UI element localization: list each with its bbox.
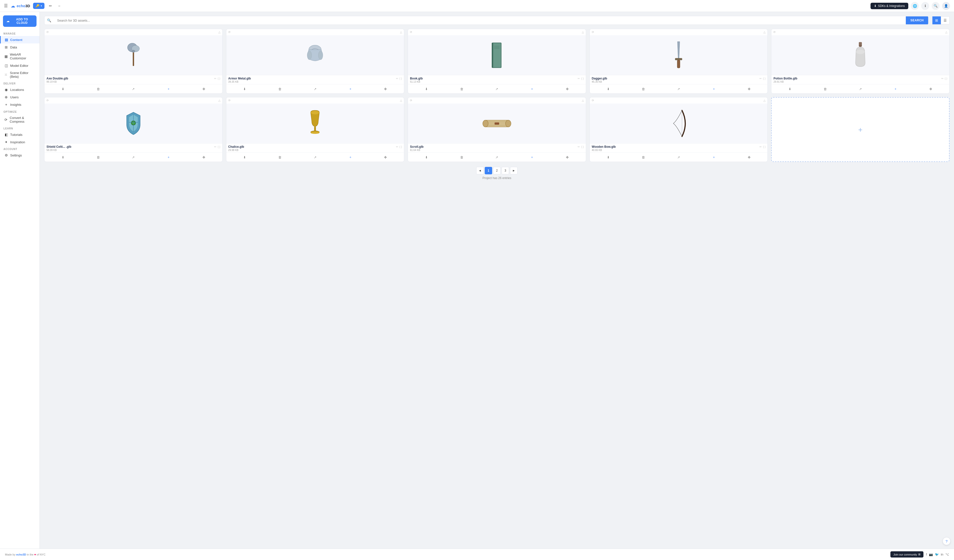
delete-action[interactable]: 🗑	[277, 86, 283, 92]
hamburger-menu-button[interactable]: ☰	[4, 3, 8, 8]
search-submit-button[interactable]: SEARCH	[906, 16, 928, 24]
card-code-icon[interactable]: { }	[945, 77, 947, 80]
move-action[interactable]: ✤	[928, 86, 934, 92]
card-edit-icon[interactable]: ✏	[759, 77, 762, 80]
sidebar-item-inspiration[interactable]: ✦ Inspiration	[0, 138, 39, 146]
sidebar-item-locations[interactable]: ◉ Locations	[0, 86, 39, 93]
card-preview-shield[interactable]	[44, 104, 222, 143]
sidebar-item-tutorials[interactable]: ◧ Tutorials	[0, 131, 39, 138]
edit-button[interactable]: ✏	[47, 3, 54, 9]
move-action[interactable]: ✤	[201, 86, 206, 92]
move-action[interactable]: ✤	[383, 86, 388, 92]
github-icon[interactable]: ⌥	[945, 552, 949, 556]
prev-page-button[interactable]: ◄	[476, 167, 484, 174]
add-action[interactable]: ＋	[166, 154, 171, 160]
card-edit-icon[interactable]: ✏	[214, 77, 217, 80]
sidebar-item-convert[interactable]: ⟳ Convert & Compress	[0, 114, 39, 125]
card-preview-potion[interactable]	[772, 35, 949, 75]
sidebar-item-data[interactable]: ⊞ Data	[0, 44, 39, 51]
card-code-icon[interactable]: { }	[218, 145, 220, 148]
move-action[interactable]: ✤	[383, 155, 388, 160]
share-action[interactable]: ↗	[494, 155, 499, 160]
delete-action[interactable]: 🗑	[641, 86, 646, 92]
globe-button[interactable]: 🌐	[911, 2, 919, 10]
delete-action[interactable]: 🗑	[822, 86, 828, 92]
sidebar-item-model-editor[interactable]: ◫ Model Editor	[0, 62, 39, 69]
card-code-icon[interactable]: { }	[581, 145, 584, 148]
move-action[interactable]: ✤	[747, 155, 752, 160]
instagram-icon[interactable]: 📷	[929, 552, 933, 556]
join-community-button[interactable]: Join our community ⊞	[890, 551, 923, 557]
share-action[interactable]: ↗	[858, 86, 863, 92]
card-code-icon[interactable]: { }	[581, 77, 584, 80]
card-code-icon[interactable]: { }	[763, 77, 765, 80]
card-preview-axe-double[interactable]	[44, 35, 222, 75]
card-edit-icon[interactable]: ✏	[578, 145, 580, 148]
add-action[interactable]: ＋	[893, 86, 898, 92]
add-action[interactable]: ＋	[348, 86, 353, 92]
sidebar-item-insights[interactable]: ⌖ Insights	[0, 101, 39, 109]
card-preview-dagger[interactable]	[590, 35, 768, 75]
add-action[interactable]: ＋	[711, 154, 717, 160]
add-action[interactable]: ＋	[711, 86, 717, 92]
card-preview-chalice[interactable]	[226, 104, 404, 143]
delete-action[interactable]: 🗑	[459, 155, 465, 160]
page-3-button[interactable]: 3	[502, 167, 509, 174]
share-action[interactable]: ↗	[313, 86, 318, 92]
move-action[interactable]: ✤	[565, 155, 570, 160]
delete-action[interactable]: 🗑	[459, 86, 465, 92]
info-button[interactable]: ℹ	[921, 2, 929, 10]
twitter-icon[interactable]: 🐦	[935, 552, 939, 556]
page-1-button[interactable]: 1	[485, 167, 492, 174]
card-code-icon[interactable]: { }	[763, 145, 765, 148]
add-action[interactable]: ＋	[529, 154, 535, 160]
add-to-cloud-button[interactable]: ☁ ADD TO CLOUD	[3, 16, 36, 27]
download-action[interactable]: ⬇	[606, 155, 611, 160]
add-action[interactable]: ＋	[529, 86, 535, 92]
download-action[interactable]: ⬇	[424, 86, 429, 92]
add-action[interactable]: ＋	[348, 154, 353, 160]
share-action[interactable]: ↗	[131, 86, 136, 92]
sdk-integrations-button[interactable]: ⬇ SDKs & Integrations	[871, 3, 908, 9]
card-preview-armor[interactable]	[226, 35, 404, 75]
grid-view-button[interactable]: ⊞	[932, 16, 941, 24]
share-action[interactable]: ↗	[494, 86, 499, 92]
move-action[interactable]: ✤	[565, 86, 570, 92]
facebook-icon[interactable]: f	[926, 552, 927, 556]
card-preview-scroll[interactable]	[408, 104, 586, 143]
share-action[interactable]: ↗	[676, 86, 681, 92]
delete-action[interactable]: 🗑	[95, 86, 101, 92]
share-action[interactable]: ↗	[131, 155, 136, 160]
user-profile-button[interactable]: 👤	[942, 2, 950, 10]
download-action[interactable]: ⬇	[60, 86, 65, 92]
search-input[interactable]	[54, 16, 906, 25]
card-edit-icon[interactable]: ✏	[759, 145, 762, 148]
card-preview-bow[interactable]	[590, 104, 768, 143]
share-action[interactable]: ↗	[313, 155, 318, 160]
card-preview-book[interactable]	[408, 35, 586, 75]
download-action[interactable]: ⬇	[787, 86, 792, 92]
minus-button[interactable]: −	[57, 3, 62, 9]
list-view-button[interactable]: ☰	[941, 16, 949, 24]
sidebar-item-settings[interactable]: ⚙ Settings	[0, 151, 39, 159]
add-action[interactable]: ＋	[166, 86, 171, 92]
card-code-icon[interactable]: { }	[218, 77, 220, 80]
help-bubble[interactable]: ?	[943, 537, 951, 545]
move-action[interactable]: ✤	[747, 86, 752, 92]
delete-action[interactable]: 🗑	[95, 155, 101, 160]
card-edit-icon[interactable]: ✏	[942, 77, 943, 80]
tool-dropdown-button[interactable]: 🔑 ▾	[33, 3, 44, 9]
download-action[interactable]: ⬇	[60, 155, 65, 160]
search-button[interactable]: 🔍	[932, 2, 940, 10]
page-2-button[interactable]: 2	[493, 167, 500, 174]
delete-action[interactable]: 🗑	[641, 155, 646, 160]
card-edit-icon[interactable]: ✏	[578, 77, 580, 80]
card-edit-icon[interactable]: ✏	[396, 77, 398, 80]
share-action[interactable]: ↗	[676, 155, 681, 160]
next-page-button[interactable]: ►	[510, 167, 518, 174]
download-action[interactable]: ⬇	[424, 155, 429, 160]
download-action[interactable]: ⬇	[606, 86, 611, 92]
sidebar-item-scene-editor[interactable]: ⁙ Scene Editor (Beta)	[0, 69, 39, 80]
delete-action[interactable]: 🗑	[277, 155, 283, 160]
card-code-icon[interactable]: { }	[399, 77, 402, 80]
